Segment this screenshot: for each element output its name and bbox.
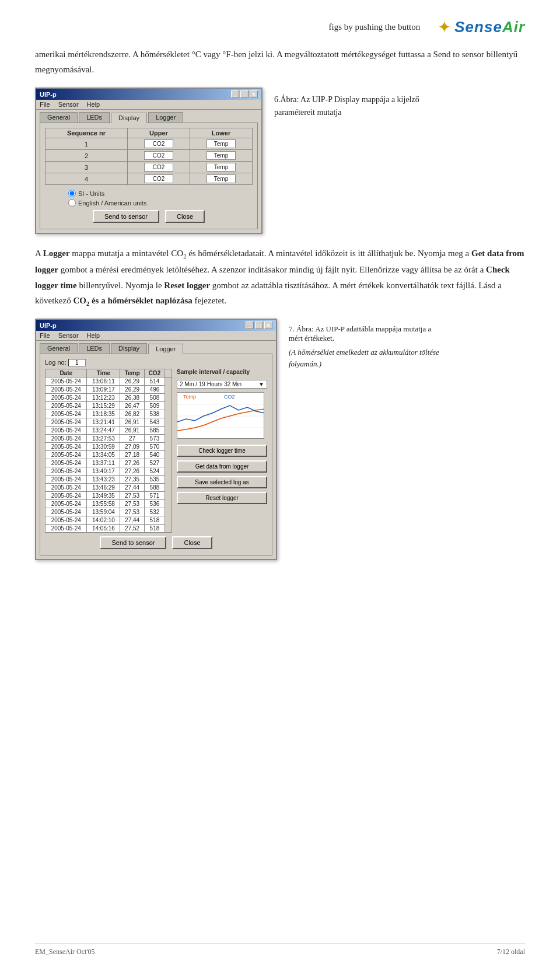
dialog2-send-to-sensor-button[interactable]: Send to sensor: [100, 536, 166, 549]
dialog2-tab-leds[interactable]: LEDs: [79, 343, 110, 354]
logger-table-row: 2005-05-24 13:34:05 27,18 540: [46, 451, 172, 459]
cell-co2: 538: [144, 410, 164, 418]
dialog2-tab-logger[interactable]: Logger: [148, 344, 183, 354]
dialog1-menubar: File Sensor Help: [36, 100, 261, 110]
dialog2-close-button[interactable]: Close: [172, 536, 212, 549]
figure2-caption-subtitle: (A hőmérséklet emelkedett az akkumulátor…: [289, 347, 440, 369]
radio-si[interactable]: SI - Units: [68, 190, 253, 197]
logger-table-row: 2005-05-24 13:40:17 27,26 524: [46, 467, 172, 476]
dialog2-content: Log no: Date Time Temp CO2: [40, 354, 272, 555]
cell-co2: 588: [144, 484, 164, 492]
top-header: figs by pushing the button ✦ SenseAir: [35, 18, 525, 37]
cell-upper: CO2: [128, 173, 190, 185]
tab-logger[interactable]: Logger: [148, 112, 183, 123]
log-no-input[interactable]: [68, 359, 86, 366]
dialog2-maximize-button[interactable]: □: [255, 321, 263, 329]
logger-table-row: 2005-05-24 13:37:11 27,26 527: [46, 459, 172, 467]
logger-table-row: 2005-05-24 13:21:41 26,91 543: [46, 418, 172, 427]
page-footer: EM_SenseAir Oct'05 7/12 oldal: [35, 943, 525, 956]
figure2-caption: 7. Ábra: Az UIP-P adattábla mappája muta…: [289, 319, 440, 369]
cell-date: 2005-05-24: [46, 386, 87, 394]
cell-temp: 27,53: [120, 500, 144, 508]
figure1-caption: 6.Ábra: Az UIP-P Display mappája a kijel…: [274, 88, 426, 120]
check-logger-time-button[interactable]: Check logger time: [177, 445, 267, 457]
cell-upper: CO2: [128, 138, 190, 150]
tab-general[interactable]: General: [40, 112, 78, 123]
cell-temp: 26,38: [120, 394, 144, 402]
menu-help[interactable]: Help: [87, 101, 100, 108]
cell-seq: 1: [46, 138, 128, 150]
maximize-button[interactable]: □: [240, 90, 249, 98]
dialog2-menu-sensor[interactable]: Sensor: [58, 332, 79, 339]
cell-lower: Temp: [190, 138, 252, 150]
logger-table-row: 2005-05-24 13:27:53 27 573: [46, 435, 172, 443]
tab-leds[interactable]: LEDs: [79, 112, 110, 123]
radio-si-input[interactable]: [68, 190, 76, 197]
send-to-sensor-button[interactable]: Send to sensor: [93, 210, 159, 223]
cell-temp: 26,82: [120, 410, 144, 418]
cell-date: 2005-05-24: [46, 394, 87, 402]
dropdown-arrow-icon: ▼: [258, 381, 264, 387]
cell-time: 13:37:11: [87, 459, 120, 467]
cell-time: 13:30:59: [87, 443, 120, 451]
sample-interval-dropdown[interactable]: 2 Min / 19 Hours 32 Min ▼: [177, 380, 267, 389]
close-button-1[interactable]: Close: [165, 210, 205, 223]
cell-co2: 571: [144, 492, 164, 500]
cell-temp: 26,91: [120, 427, 144, 435]
units-radio-group: SI - Units English / American units: [45, 190, 253, 207]
logger-table-area: Date Time Temp CO2 2005-05-24 13:06:11 2…: [45, 369, 172, 533]
cell-temp: 26,91: [120, 418, 144, 427]
logger-table-row: 2005-05-24 13:46:29 27,44 588: [46, 484, 172, 492]
dialog2-tab-display[interactable]: Display: [111, 343, 147, 354]
col-time: Time: [87, 369, 120, 378]
cell-time: 14:05:16: [87, 525, 120, 533]
dialog2-menu-help[interactable]: Help: [87, 332, 100, 339]
cell-co2: 527: [144, 459, 164, 467]
cell-time: 13:24:47: [87, 427, 120, 435]
menu-sensor[interactable]: Sensor: [58, 101, 79, 108]
cell-time: 13:55:58: [87, 500, 120, 508]
cell-temp: 27,26: [120, 467, 144, 476]
get-data-bold: Get data from logger: [35, 249, 524, 274]
cell-co2: 524: [144, 467, 164, 476]
section2-text: A Logger mappa mutatja a mintavétel CO2 …: [35, 246, 525, 309]
menu-file[interactable]: File: [40, 101, 50, 108]
cell-date: 2005-05-24: [46, 402, 87, 410]
logger-table-row: 2005-05-24 13:30:59 27,09 570: [46, 443, 172, 451]
dialog1-title: UIP-p: [40, 91, 57, 98]
dialog2-minimize-button[interactable]: _: [246, 321, 254, 329]
minimize-button[interactable]: _: [231, 90, 239, 98]
radio-english-input[interactable]: [68, 199, 76, 207]
logger-table-row: 2005-05-24 13:15:29 26,47 509: [46, 402, 172, 410]
reset-logger-button[interactable]: Reset logger: [177, 492, 267, 504]
close-button[interactable]: ✕: [250, 90, 258, 98]
cell-time: 13:46:29: [87, 484, 120, 492]
cell-temp: 27,52: [120, 525, 144, 533]
logger-table-row: 2005-05-24 13:12:23 26,38 508: [46, 394, 172, 402]
cell-date: 2005-05-24: [46, 484, 87, 492]
cell-temp: 27,53: [120, 508, 144, 516]
logger-main-layout: Date Time Temp CO2 2005-05-24 13:06:11 2…: [45, 369, 267, 533]
save-selected-log-button[interactable]: Save selected log as: [177, 476, 267, 488]
cell-time: 13:34:05: [87, 451, 120, 459]
dialog1-tabs: General LEDs Display Logger: [36, 110, 261, 123]
cell-time: 13:43:23: [87, 476, 120, 484]
dialog2-tab-general[interactable]: General: [40, 343, 78, 354]
get-data-from-logger-button[interactable]: Get data from logger: [177, 460, 267, 473]
tab-display[interactable]: Display: [111, 113, 147, 123]
col-header-lower: Lower: [190, 128, 252, 138]
footer-right: 7/12 oldal: [497, 948, 525, 956]
dialog2-tabs: General LEDs Display Logger: [36, 341, 276, 354]
dialog2-menu-file[interactable]: File: [40, 332, 50, 339]
dialog2-close-button[interactable]: ✕: [264, 321, 272, 329]
logger-table-row: 2005-05-24 13:49:35 27,53 571: [46, 492, 172, 500]
col-header-upper: Upper: [128, 128, 190, 138]
logger-data-table: Date Time Temp CO2 2005-05-24 13:06:11 2…: [45, 369, 172, 533]
radio-english[interactable]: English / American units: [68, 199, 253, 207]
cell-co2: 543: [144, 418, 164, 427]
dialog2-window: UIP-p _ □ ✕ File Sensor Help General LED…: [35, 319, 277, 560]
cell-lower: Temp: [190, 173, 252, 185]
co2-bold: CO2 és a hőmérséklet naplózása: [73, 296, 192, 305]
cell-time: 13:49:35: [87, 492, 120, 500]
scrollbar[interactable]: [165, 378, 172, 533]
